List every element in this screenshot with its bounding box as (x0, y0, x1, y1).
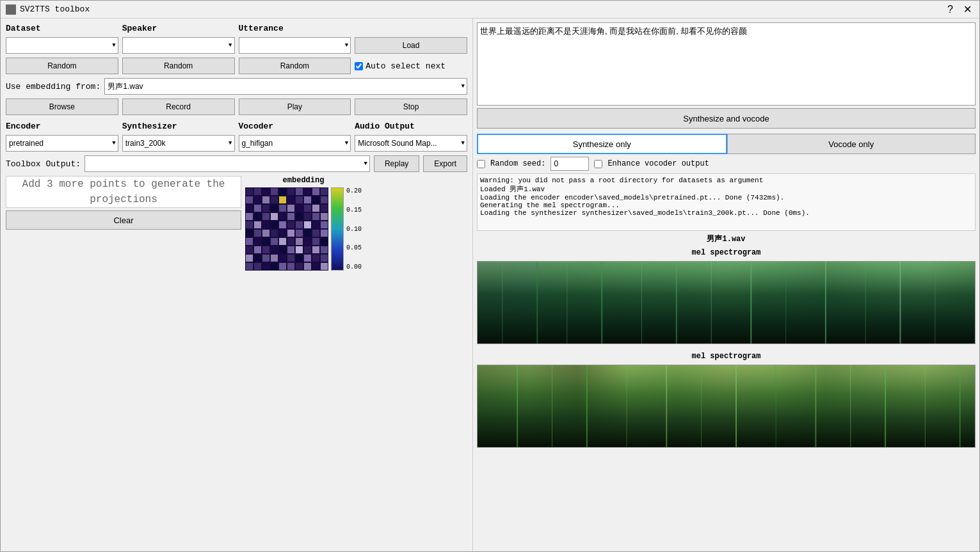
svg-rect-97 (296, 263, 303, 270)
load-button[interactable]: Load (355, 37, 467, 54)
svg-rect-52 (254, 230, 261, 237)
svg-rect-81 (246, 255, 253, 262)
spec1-subtitle: mel spectrogram (477, 248, 976, 257)
svg-rect-69 (312, 238, 319, 245)
svg-rect-17 (296, 196, 303, 203)
colorbar-val-2: 0.15 (346, 207, 362, 214)
svg-rect-10 (321, 188, 328, 195)
model-selects: pretrained train3_200k g_hifigan Microso… (6, 135, 467, 152)
utterance-select[interactable] (239, 37, 351, 54)
use-embedding-select[interactable]: 男声1.wav (104, 78, 467, 95)
svg-rect-4 (271, 188, 278, 195)
random-speaker-button[interactable]: Random (122, 58, 235, 74)
svg-rect-65 (279, 238, 286, 245)
random-utterance-button[interactable]: Random (239, 58, 351, 74)
toolbox-output-select[interactable] (84, 155, 370, 172)
svg-rect-30 (321, 205, 328, 212)
svg-rect-5 (279, 188, 286, 195)
svg-rect-45 (279, 221, 286, 228)
svg-rect-93 (262, 263, 269, 270)
svg-rect-38 (304, 213, 311, 220)
svg-rect-40 (321, 213, 328, 220)
close-button[interactable]: ✕ (961, 3, 974, 15)
help-button[interactable]: ? (945, 4, 956, 15)
dropdowns-row: Load (6, 37, 467, 54)
svg-rect-68 (304, 238, 311, 245)
svg-rect-61 (246, 238, 253, 245)
svg-rect-8 (304, 188, 311, 195)
use-embedding-label: Use embedding from: (6, 82, 100, 91)
synthesizer-select[interactable]: train3_200k (122, 135, 235, 152)
svg-rect-48 (304, 221, 311, 228)
main-content: Dataset Speaker Utterance Load (1, 19, 979, 551)
svg-rect-44 (271, 221, 278, 228)
right-panel: 世界上最遥远的距离不是天涯海角, 而是我站在你面前, 却看不见你的容颜 Synt… (473, 19, 979, 551)
svg-rect-100 (321, 263, 328, 270)
play-button[interactable]: Play (239, 99, 351, 115)
replay-button[interactable]: Replay (374, 155, 419, 172)
svg-rect-96 (287, 263, 294, 270)
svg-rect-84 (271, 255, 278, 262)
browse-button[interactable]: Browse (6, 99, 118, 115)
svg-rect-33 (262, 213, 269, 220)
auto-select-checkbox[interactable] (355, 62, 363, 70)
svg-rect-57 (296, 230, 303, 237)
svg-rect-54 (271, 230, 278, 237)
seed-input[interactable] (550, 157, 589, 171)
spectrogram-2-canvas (477, 365, 976, 448)
text-input[interactable]: 世界上最遥远的距离不是天涯海角, 而是我站在你面前, 却看不见你的容颜 (477, 22, 976, 106)
toolbox-output-row: Toolbox Output: Replay Export (6, 155, 467, 172)
svg-rect-55 (279, 230, 286, 237)
speaker-select[interactable] (122, 37, 235, 54)
embedding-section: embedding (245, 176, 362, 419)
svg-rect-6 (287, 188, 294, 195)
vocode-only-button[interactable]: Vocode only (727, 134, 976, 154)
app-window: SV2TTS toolbox ? ✕ Dataset Speaker Utter… (0, 0, 980, 552)
audio-output-select[interactable]: Microsoft Sound Map... (355, 135, 467, 152)
svg-rect-34 (271, 213, 278, 220)
svg-rect-58 (304, 230, 311, 237)
encoder-select[interactable]: pretrained (6, 135, 118, 152)
svg-rect-46 (287, 221, 294, 228)
svg-rect-7 (296, 188, 303, 195)
synthesizer-select-wrapper: train3_200k (122, 135, 235, 152)
log-area: Warning: you did not pass a root directo… (477, 173, 976, 231)
svg-rect-78 (304, 246, 311, 253)
svg-rect-94 (271, 263, 278, 270)
colorbar-val-4: 0.05 (346, 244, 362, 251)
record-button[interactable]: Record (122, 99, 235, 115)
synthesize-vocode-button[interactable]: Synthesize and vocode (477, 108, 976, 129)
projection-panel: Add 3 more points to generate the projec… (6, 176, 241, 208)
utterance-select-wrapper (239, 37, 351, 54)
svg-rect-19 (312, 196, 319, 203)
svg-rect-29 (312, 205, 319, 212)
svg-rect-73 (262, 246, 269, 253)
toolbox-output-wrapper (84, 155, 370, 172)
export-button[interactable]: Export (423, 155, 467, 172)
dataset-label: Dataset (6, 24, 118, 33)
svg-rect-2 (254, 188, 261, 195)
colorbar-val-1: 0.20 (346, 187, 362, 194)
svg-rect-32 (254, 213, 261, 220)
svg-rect-71 (246, 246, 253, 253)
random-row: Random Random Random Auto select next (6, 58, 467, 74)
dataset-select[interactable] (6, 37, 118, 54)
svg-rect-22 (254, 205, 261, 212)
svg-rect-75 (279, 246, 286, 253)
vocoder-select[interactable]: g_hifigan (239, 135, 351, 152)
svg-rect-92 (254, 263, 261, 270)
synthesize-only-button[interactable]: Synthesize only (477, 134, 727, 154)
svg-rect-37 (296, 213, 303, 220)
projection-text: Add 3 more points to generate the projec… (6, 177, 241, 207)
random-dataset-button[interactable]: Random (6, 58, 118, 74)
model-labels: Encoder Synthesizer Vocoder Audio Output (6, 122, 467, 131)
synthesizer-label: Synthesizer (122, 122, 235, 131)
clear-button[interactable]: Clear (6, 210, 241, 230)
synth-vocode-row: Synthesize only Vocode only (477, 134, 976, 154)
svg-rect-53 (262, 230, 269, 237)
random-seed-checkbox[interactable] (477, 160, 485, 168)
svg-rect-70 (321, 238, 328, 245)
enhance-checkbox[interactable] (594, 160, 602, 168)
svg-rect-20 (321, 196, 328, 203)
stop-button[interactable]: Stop (355, 99, 467, 115)
